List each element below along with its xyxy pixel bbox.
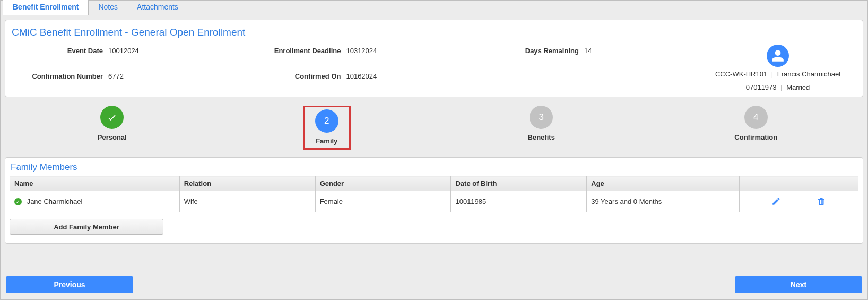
next-button[interactable]: Next [735, 276, 862, 293]
status-ok-icon: ✓ [14, 198, 22, 205]
label-days-remaining: Days Remaining [489, 47, 579, 63]
benefit-enrollment-screen: Benefit Enrollment Notes Attachments CMi… [0, 0, 868, 300]
enrollment-header-panel: CMiC Benefit Enrollment - General Open E… [5, 20, 863, 97]
family-members-title: Family Members [11, 162, 858, 173]
col-actions [740, 176, 858, 191]
label-confirmed-on: Confirmed On [250, 72, 341, 88]
cell-name: Jane Charmichael [27, 198, 83, 205]
family-members-table: Name Relation Gender Date of Birth Age ✓… [10, 176, 858, 212]
tab-benefit-enrollment[interactable]: Benefit Enrollment [3, 0, 89, 15]
cell-age: 39 Years and 0 Months [587, 191, 740, 212]
step-confirmation-number: 4 [744, 106, 768, 129]
step-family-number: 2 [315, 109, 338, 133]
step-family-highlight: 2 Family [303, 106, 351, 150]
tab-bar: Benefit Enrollment Notes Attachments [1, 1, 867, 15]
step-family-label: Family [315, 137, 338, 145]
check-icon [107, 112, 117, 123]
employee-code: CCC-WK-HR101 [715, 70, 767, 78]
value-event-date: 10012024 [108, 47, 245, 63]
enrollment-info-grid: Event Date 10012024 Enrollment Deadline … [11, 45, 698, 91]
label-confirmation-number: Confirmation Number [13, 72, 103, 88]
avatar-icon [767, 45, 789, 67]
family-members-section: Family Members Name Relation Gender Date… [5, 157, 863, 244]
step-benefits-number: 3 [530, 106, 553, 129]
cell-relation: Wife [179, 191, 315, 212]
step-family[interactable]: 2 Family [220, 106, 435, 154]
value-enrollment-deadline: 10312024 [346, 47, 483, 63]
col-name[interactable]: Name [10, 176, 180, 191]
employee-marital-status: Married [786, 83, 810, 91]
cell-dob: 10011985 [451, 191, 587, 212]
delete-icon[interactable] [815, 195, 827, 207]
step-personal-label: Personal [5, 133, 220, 141]
col-age[interactable]: Age [587, 176, 740, 191]
table-row: ✓ Jane Charmichael Wife Female 10011985 … [10, 191, 858, 212]
value-days-remaining: 14 [584, 47, 698, 63]
step-confirmation-label: Confirmation [649, 133, 864, 141]
step-benefits-label: Benefits [434, 133, 649, 141]
col-gender[interactable]: Gender [315, 176, 451, 191]
employee-dob: 07011973 [746, 83, 777, 91]
previous-button[interactable]: Previous [6, 276, 133, 293]
value-confirmed-on: 10162024 [346, 72, 483, 88]
label-enrollment-deadline: Enrollment Deadline [250, 47, 341, 63]
tab-notes[interactable]: Notes [89, 0, 127, 15]
col-dob[interactable]: Date of Birth [451, 176, 587, 191]
page-title: CMiC Benefit Enrollment - General Open E… [12, 27, 857, 38]
employee-block: CCC-WK-HR101 | Francis Charmichael 07011… [698, 45, 857, 91]
step-benefits[interactable]: 3 Benefits [434, 106, 649, 145]
value-confirmation-number: 6772 [108, 72, 245, 88]
edit-icon[interactable] [770, 195, 782, 207]
add-family-member-button[interactable]: Add Family Member [10, 219, 163, 235]
col-relation[interactable]: Relation [179, 176, 315, 191]
wizard-footer: Previous Next [6, 276, 862, 293]
wizard-stepper: Personal 2 Family 3 Benefits 4 Confirmat… [5, 102, 863, 154]
step-personal[interactable]: Personal [5, 106, 220, 145]
cell-gender: Female [315, 191, 451, 212]
employee-name: Francis Charmichael [777, 70, 840, 78]
table-header-row: Name Relation Gender Date of Birth Age [10, 176, 858, 191]
label-event-date: Event Date [13, 47, 103, 63]
step-confirmation[interactable]: 4 Confirmation [649, 106, 864, 145]
tab-attachments[interactable]: Attachments [127, 0, 188, 15]
